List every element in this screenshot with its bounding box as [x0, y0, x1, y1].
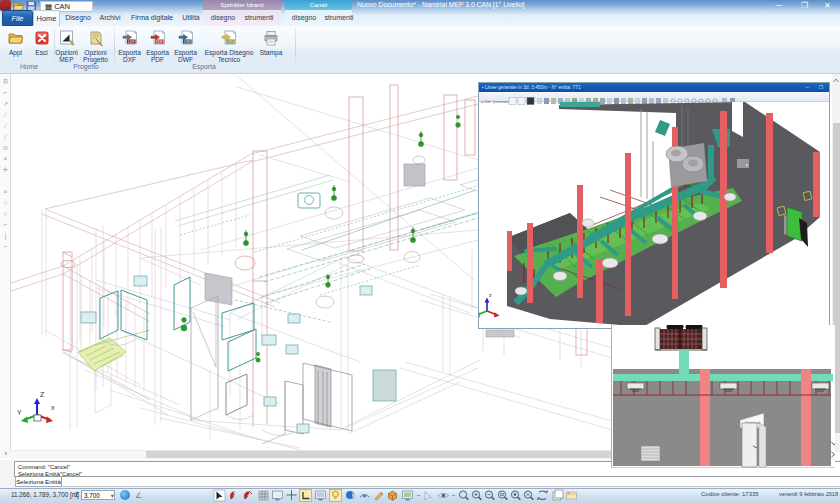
- svg-text:DWF: DWF: [183, 40, 190, 44]
- svg-text:z: z: [489, 292, 492, 298]
- svg-text:PDF: PDF: [155, 40, 162, 44]
- svg-text:Z: Z: [40, 391, 45, 398]
- svg-text:x: x: [51, 404, 55, 411]
- svg-text:Y: Y: [17, 409, 22, 416]
- svg-text:DWG: DWG: [226, 40, 234, 44]
- svg-text:DXF: DXF: [127, 40, 134, 44]
